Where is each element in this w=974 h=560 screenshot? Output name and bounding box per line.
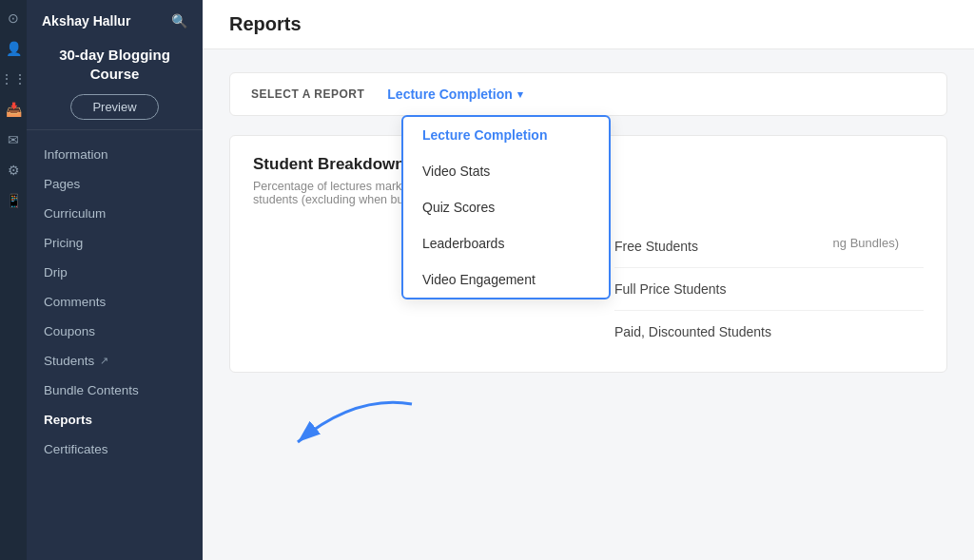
dropdown-item-video-stats[interactable]: Video Stats <box>403 153 609 189</box>
sidebar-item-comments[interactable]: Comments <box>27 287 203 317</box>
report-dropdown-trigger[interactable]: Lecture Completion ▾ <box>387 87 522 102</box>
external-link-icon: ↗ <box>100 355 108 367</box>
sidebar-item-label: Coupons <box>44 324 95 338</box>
user-name: Akshay Hallur <box>42 13 130 29</box>
grid-icon[interactable]: ⋮⋮ <box>0 72 27 86</box>
user-icon[interactable]: 👤 <box>6 42 22 55</box>
sidebar-item-reports[interactable]: Reports <box>27 405 203 434</box>
sidebar-item-information[interactable]: Information <box>27 140 203 169</box>
course-title: 30-day Blogging Course <box>42 46 187 83</box>
icon-sidebar: ⊙ 👤 ⋮⋮ 📥 ✉ ⚙ 📱 <box>0 0 27 560</box>
sidebar-item-label: Pricing <box>44 236 83 250</box>
sidebar-item-label: Information <box>44 147 108 162</box>
sidebar-item-coupons[interactable]: Coupons <box>27 317 203 346</box>
arrow-annotation <box>260 385 431 465</box>
select-report-label: SELECT A REPORT <box>251 87 364 101</box>
inbox-icon[interactable]: 📥 <box>6 103 22 116</box>
dropdown-item-quiz-scores[interactable]: Quiz Scores <box>403 189 609 225</box>
mail-icon[interactable]: ✉ <box>8 133 19 146</box>
sidebar-item-label: Curriculum <box>44 206 106 221</box>
sidebar-item-pricing[interactable]: Pricing <box>27 228 203 258</box>
dashboard-icon[interactable]: ⊙ <box>8 11 19 25</box>
dropdown-item-video-engagement[interactable]: Video Engagement <box>403 261 609 298</box>
main-header: Reports <box>203 0 974 49</box>
sidebar-item-curriculum[interactable]: Curriculum <box>27 199 203 228</box>
sidebar-item-label: Bundle Contents <box>44 383 139 397</box>
gear-icon[interactable]: ⚙ <box>8 164 20 177</box>
page-title: Reports <box>229 13 947 35</box>
sidebar-item-certificates[interactable]: Certificates <box>27 434 203 464</box>
sidebar-item-drip[interactable]: Drip <box>27 258 203 287</box>
sidebar-item-label: Pages <box>44 177 80 191</box>
sidebar-item-label: Reports <box>44 413 92 427</box>
sidebar-user: Akshay Hallur 🔍 <box>42 13 187 29</box>
select-report-bar: SELECT A REPORT Lecture Completion ▾ Lec… <box>229 72 947 116</box>
preview-button[interactable]: Preview <box>70 94 158 120</box>
sidebar-nav: Information Pages Curriculum Pricing Dri… <box>27 130 203 560</box>
sidebar: Akshay Hallur 🔍 30-day Blogging Course P… <box>27 0 203 560</box>
bundles-label: ng Bundles) <box>833 236 899 250</box>
sidebar-item-label: Students <box>44 354 94 368</box>
dropdown-item-lecture-completion[interactable]: Lecture Completion <box>403 117 609 153</box>
breakdown-item-full-price: Full Price Students <box>614 268 924 311</box>
mobile-icon[interactable]: 📱 <box>6 194 22 207</box>
chevron-down-icon: ▾ <box>517 88 523 101</box>
sidebar-item-bundle-contents[interactable]: Bundle Contents <box>27 376 203 405</box>
sidebar-item-label: Comments <box>44 295 106 309</box>
sidebar-item-label: Drip <box>44 265 68 280</box>
sidebar-item-students[interactable]: Students ↗ <box>27 346 203 376</box>
report-area: SELECT A REPORT Lecture Completion ▾ Lec… <box>203 49 974 560</box>
sidebar-item-pages[interactable]: Pages <box>27 169 203 199</box>
sidebar-item-label: Certificates <box>44 442 108 456</box>
arrow-svg <box>260 385 431 461</box>
selected-report-label: Lecture Completion <box>387 87 512 102</box>
dropdown-item-leaderboards[interactable]: Leaderboards <box>403 225 609 261</box>
search-icon[interactable]: 🔍 <box>171 13 187 29</box>
report-dropdown-menu: Lecture Completion Video Stats Quiz Scor… <box>401 115 611 299</box>
sidebar-header: Akshay Hallur 🔍 30-day Blogging Course P… <box>27 0 203 130</box>
breakdown-item-paid-discounted: Paid, Discounted Students <box>614 311 924 353</box>
main-content: Reports SELECT A REPORT Lecture Completi… <box>203 0 974 560</box>
